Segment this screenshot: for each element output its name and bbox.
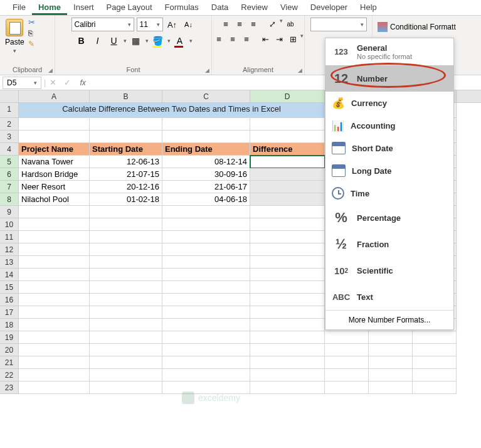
title-cell[interactable]: Calculate Difference Between Two Dates a… [19, 103, 325, 118]
row-header[interactable]: 12 [0, 243, 19, 256]
cancel-icon[interactable]: ✕ [46, 78, 60, 87]
cell[interactable] [369, 381, 413, 394]
row-header[interactable]: 19 [0, 331, 19, 344]
cell[interactable] [325, 344, 369, 356]
data-cell[interactable]: Navana Tower [19, 156, 90, 168]
cell[interactable] [162, 356, 250, 369]
underline-button[interactable]: U [107, 34, 121, 48]
cell[interactable] [19, 243, 90, 256]
col-header-a[interactable]: A [19, 90, 90, 102]
row-header[interactable]: 10 [0, 218, 19, 231]
row-header[interactable]: 2 [0, 118, 19, 131]
cell[interactable] [250, 118, 325, 131]
tab-file[interactable]: File [6, 0, 32, 15]
data-cell[interactable]: Hardson Bridge [19, 168, 90, 181]
row-header[interactable]: 9 [0, 206, 19, 218]
cell[interactable] [250, 218, 325, 231]
cell[interactable] [90, 369, 162, 381]
cell[interactable] [90, 269, 162, 281]
row-header[interactable]: 14 [0, 269, 19, 281]
data-cell[interactable] [250, 193, 325, 206]
row-header[interactable]: 6 [0, 168, 19, 181]
cell[interactable] [162, 319, 250, 331]
orientation-button[interactable]: ⤢ [266, 18, 278, 30]
cell[interactable] [250, 206, 325, 218]
font-name-combo[interactable]: Calibri▾ [71, 18, 134, 31]
row-header[interactable]: 20 [0, 344, 19, 356]
cell[interactable] [162, 206, 250, 218]
cell[interactable] [19, 294, 90, 306]
cell[interactable] [90, 218, 162, 231]
format-option-number[interactable]: 12Number [325, 65, 453, 92]
row-header[interactable]: 11 [0, 231, 19, 243]
fill-color-button[interactable]: 🪣 [151, 34, 165, 48]
cell[interactable] [369, 369, 413, 381]
cell[interactable] [162, 231, 250, 243]
row-header[interactable]: 1 [0, 103, 19, 118]
cell[interactable] [413, 369, 457, 381]
cell[interactable] [90, 319, 162, 331]
row-header[interactable]: 18 [0, 319, 19, 331]
cell[interactable] [162, 369, 250, 381]
cell[interactable] [19, 231, 90, 243]
cell[interactable] [250, 256, 325, 269]
tab-pagelayout[interactable]: Page Layout [100, 0, 159, 15]
col-header-b[interactable]: B [90, 90, 162, 102]
cell[interactable] [90, 344, 162, 356]
cut-icon[interactable]: ✂ [28, 18, 35, 27]
number-format-combo[interactable]: ▾ [310, 18, 367, 31]
row-header[interactable]: 17 [0, 306, 19, 319]
decrease-indent-button[interactable]: ⇤ [259, 33, 272, 45]
data-cell[interactable]: 21-06-17 [162, 181, 250, 193]
cell[interactable] [250, 269, 325, 281]
row-header[interactable]: 4 [0, 143, 19, 156]
cell[interactable] [162, 269, 250, 281]
tab-developer[interactable]: Developer [304, 0, 354, 15]
cell[interactable] [19, 306, 90, 319]
fx-icon[interactable]: fx [75, 78, 90, 87]
cell[interactable] [413, 356, 457, 369]
cell[interactable] [19, 381, 90, 394]
increase-font-icon[interactable]: A↑ [166, 18, 179, 31]
cell[interactable] [162, 344, 250, 356]
tab-review[interactable]: Review [235, 0, 274, 15]
data-cell[interactable]: 12-06-13 [90, 156, 162, 168]
cell[interactable] [162, 331, 250, 344]
cell[interactable] [19, 344, 90, 356]
paste-button[interactable]: Paste ▾ [4, 18, 26, 55]
tab-help[interactable]: Help [354, 0, 383, 15]
cell[interactable] [90, 356, 162, 369]
row-header[interactable]: 21 [0, 356, 19, 369]
align-bottom-button[interactable]: ≡ [247, 18, 260, 30]
data-cell[interactable]: 08-12-14 [162, 156, 250, 168]
cell[interactable] [369, 331, 413, 344]
align-left-button[interactable]: ≡ [213, 33, 225, 45]
cell[interactable] [250, 281, 325, 294]
format-option-scientific[interactable]: 102Scientific [325, 257, 453, 284]
format-option-time[interactable]: Time [325, 182, 453, 205]
cell[interactable] [19, 281, 90, 294]
header-cell[interactable]: Project Name [19, 143, 90, 156]
cell[interactable] [162, 256, 250, 269]
data-cell[interactable]: 20-12-16 [90, 181, 162, 193]
font-size-combo[interactable]: 11▾ [137, 18, 163, 31]
cell[interactable] [19, 218, 90, 231]
cell[interactable] [369, 344, 413, 356]
cell[interactable] [90, 306, 162, 319]
more-formats-link[interactable]: More Number Formats... [325, 310, 453, 329]
cell[interactable] [162, 118, 250, 131]
cell[interactable] [19, 131, 90, 143]
align-middle-button[interactable]: ≡ [233, 18, 246, 30]
format-option-fraction[interactable]: ½Fraction [325, 231, 453, 257]
row-header[interactable]: 22 [0, 369, 19, 381]
format-option-short-date[interactable]: Short Date [325, 137, 453, 159]
format-option-long-date[interactable]: Long Date [325, 159, 453, 182]
increase-indent-button[interactable]: ⇥ [273, 33, 285, 45]
col-header-d[interactable]: D [250, 90, 325, 102]
format-option-text[interactable]: ABCText [325, 284, 453, 310]
data-cell[interactable]: 04-06-18 [162, 193, 250, 206]
border-button[interactable]: ▦ [129, 34, 143, 48]
cell[interactable] [250, 356, 325, 369]
align-right-button[interactable]: ≡ [240, 33, 253, 45]
row-header[interactable]: 8 [0, 193, 19, 206]
